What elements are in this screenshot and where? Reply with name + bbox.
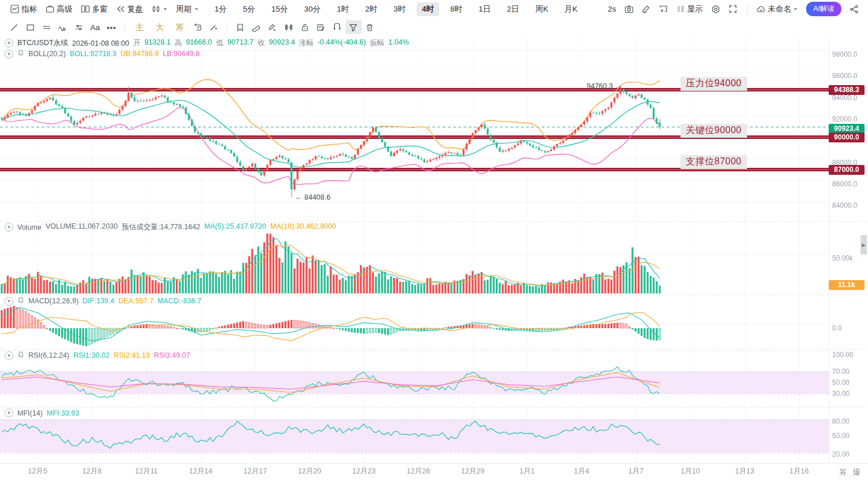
- candle-pattern-tool[interactable]: [281, 20, 297, 34]
- field-label: 收: [258, 38, 265, 48]
- rectangle-tool[interactable]: [22, 20, 38, 34]
- x-tick: 1月4: [574, 467, 589, 476]
- magic-wand-icon: [209, 23, 219, 32]
- indicators-button[interactable]: 指标: [6, 2, 41, 16]
- refresh-interval-button[interactable]: 2s: [605, 2, 620, 16]
- candle-style-dropdown[interactable]: ▼: [147, 3, 172, 16]
- gold-tab-主[interactable]: 主: [130, 20, 150, 35]
- timeframe-30分[interactable]: 30分: [299, 2, 326, 16]
- wave-tool[interactable]: 6: [54, 20, 71, 34]
- lock-tool[interactable]: [297, 20, 313, 34]
- more-tools-button[interactable]: •••: [104, 21, 120, 34]
- drawing-toolbar: 6 Aa ••• 主大筹: [0, 18, 868, 36]
- magic-wand-tool[interactable]: [206, 20, 222, 34]
- corner-button-爆[interactable]: 爆: [853, 467, 860, 478]
- field-value: BOLL:92718.3: [70, 50, 117, 58]
- timeframe-15分[interactable]: 15分: [266, 2, 293, 16]
- collapse-chevron-icon[interactable]: ▼: [5, 39, 13, 47]
- divider: [124, 23, 125, 32]
- candle-pattern-icon: [284, 23, 293, 32]
- timeframe-1分[interactable]: 1分: [209, 2, 232, 16]
- display-settings-button[interactable]: 显示: [673, 2, 707, 17]
- brush-note-tool[interactable]: [264, 20, 281, 34]
- trendline-tool[interactable]: [6, 20, 22, 34]
- chevron-down-icon: ▼: [793, 7, 798, 12]
- timeframe-4时[interactable]: 4时: [417, 2, 439, 16]
- collapse-chevron-icon[interactable]: ▼: [5, 223, 13, 232]
- magnet-tool[interactable]: [329, 20, 345, 34]
- collapse-chevron-icon[interactable]: ▼: [5, 50, 13, 58]
- ai-analysis-button[interactable]: AI解读: [806, 2, 841, 16]
- field-label: 涨幅: [299, 38, 314, 48]
- gold-tab-筹[interactable]: 筹: [170, 20, 190, 35]
- resistance-note[interactable]: 压力位94000: [681, 77, 747, 91]
- gold-tab-list: 主大筹: [130, 20, 190, 35]
- axis-separator: [0, 463, 868, 464]
- gear-icon: [711, 5, 720, 14]
- timeframe-1日[interactable]: 1日: [473, 2, 496, 16]
- note-edit-tool[interactable]: [313, 20, 329, 34]
- draw-button[interactable]: [638, 2, 654, 16]
- key-level-note[interactable]: 关键位90000: [681, 124, 747, 138]
- indicator-name: BOLL(20,2): [28, 50, 66, 58]
- multiwindow-icon: [80, 5, 90, 14]
- field-value: 91666.0: [186, 38, 212, 48]
- alert-bell-icon[interactable]: [17, 49, 24, 58]
- parallel-lines-tool[interactable]: [38, 20, 54, 34]
- field-value: 90713.7: [227, 38, 253, 48]
- share-button[interactable]: [846, 2, 862, 16]
- panel-expand-handle[interactable]: ▶: [860, 235, 867, 255]
- period-dropdown[interactable]: 周期 ▼: [172, 2, 203, 16]
- timeframe-8时[interactable]: 8时: [445, 2, 468, 16]
- bookmark-tool[interactable]: [232, 20, 248, 34]
- adjust-tool[interactable]: [71, 20, 87, 34]
- text-tool[interactable]: Aa: [87, 21, 104, 34]
- support-note[interactable]: 支撑位87000: [681, 155, 747, 169]
- collapse-chevron-icon[interactable]: ▼: [5, 409, 13, 417]
- workspace-dropdown[interactable]: 未命名 ▼: [753, 2, 801, 17]
- timeframe-月K[interactable]: 月K: [560, 2, 583, 16]
- timeframe-2日[interactable]: 2日: [502, 2, 524, 16]
- rectangle-icon: [25, 23, 35, 32]
- x-tick: 1月16: [789, 467, 808, 476]
- delete-tool[interactable]: [362, 20, 378, 34]
- boll-fields: BOLL:92718.3UB:94786.9LB:90649.8: [70, 50, 200, 58]
- timeframe-list: 1分5分15分30分1时2时3时4时8时1日2日周K月K: [207, 2, 586, 16]
- field-label: 振幅: [370, 38, 384, 48]
- x-tick: 12月14: [189, 467, 212, 476]
- alert-bell-icon[interactable]: [17, 351, 24, 360]
- gold-tab-大[interactable]: 大: [150, 20, 170, 35]
- alert-bell-icon[interactable]: [17, 296, 24, 306]
- collapse-chevron-icon[interactable]: ▼: [5, 297, 13, 306]
- advanced-button[interactable]: 高级: [41, 2, 76, 16]
- y-tick: 98000.0: [832, 50, 866, 58]
- collapse-chevron-icon[interactable]: ▼: [5, 351, 13, 360]
- y-tick: 100.00: [832, 351, 866, 359]
- fullscreen-button[interactable]: [725, 2, 741, 16]
- timeframe-1时[interactable]: 1时: [332, 2, 354, 16]
- settings-button[interactable]: [708, 2, 724, 16]
- chart-canvas[interactable]: [0, 0, 868, 481]
- timeframe-3时[interactable]: 3时: [388, 2, 411, 16]
- macd-legend: ▼ MACD(12,26,9) DIF:139.4DEA:557.7MACD:-…: [5, 296, 201, 306]
- y-tick: 50.00: [832, 432, 866, 440]
- filter-tool[interactable]: [345, 20, 362, 34]
- x-tick: 12月29: [461, 467, 484, 476]
- y-tick: 92000.0: [832, 115, 866, 123]
- indicator-name: MFI(14): [17, 409, 43, 417]
- add-panel-button[interactable]: [656, 2, 672, 16]
- timeframe-5分[interactable]: 5分: [238, 2, 260, 16]
- x-tick: 12月5: [28, 467, 47, 476]
- x-tick: 12月17: [244, 467, 267, 476]
- multiwindow-button[interactable]: 多窗: [76, 2, 112, 16]
- cycle-edit-tool[interactable]: [190, 20, 206, 34]
- screenshot-button[interactable]: [621, 2, 637, 16]
- ruler-tool[interactable]: [248, 20, 264, 34]
- x-tick: 1月10: [681, 467, 700, 476]
- corner-button-筹[interactable]: 筹: [839, 467, 847, 478]
- timeframe-2时[interactable]: 2时: [360, 2, 382, 16]
- x-tick: 12月26: [407, 467, 430, 476]
- timeframe-周K[interactable]: 周K: [530, 2, 554, 16]
- replay-button[interactable]: 复盘: [112, 2, 147, 16]
- trendline-icon: [9, 23, 19, 32]
